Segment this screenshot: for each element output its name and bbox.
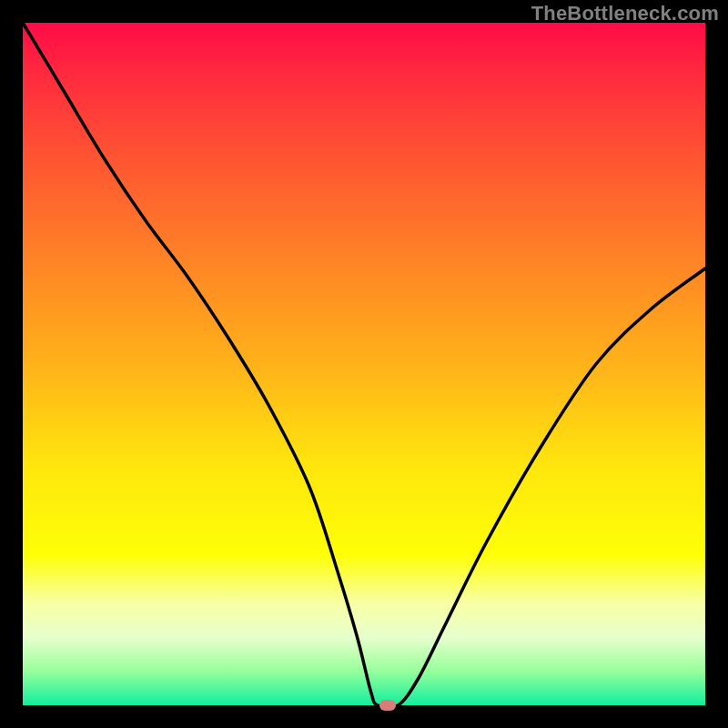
chart-frame: TheBottleneck.com [0, 0, 728, 728]
bottleneck-curve [23, 23, 705, 705]
minimum-marker [379, 700, 396, 711]
plot-area [23, 23, 705, 705]
